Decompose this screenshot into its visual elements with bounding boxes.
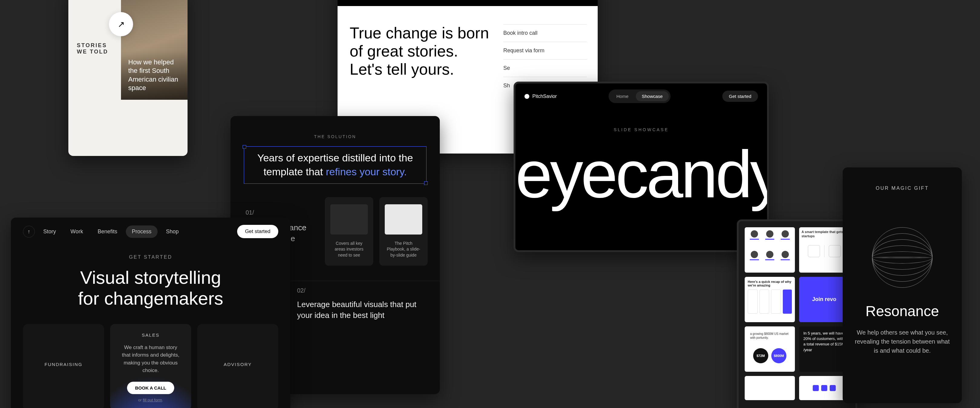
pill-home[interactable]: Home	[610, 91, 635, 101]
storytelling-card: ↑ Story Work Benefits Process Shop Get s…	[11, 217, 290, 408]
slide-market[interactable]: a growing $800M US market with portunity…	[745, 326, 795, 372]
tab-fundraising[interactable]: FUNDRAISING	[23, 324, 104, 408]
solution-eyebrow: THE SOLUTION	[231, 116, 440, 139]
solution-headline: Years of expertise distilled into the te…	[231, 139, 440, 191]
sphere-icon	[872, 227, 932, 288]
slide-icons[interactable]	[799, 376, 850, 400]
get-started-button[interactable]: Get started	[237, 225, 278, 238]
pill-showcase[interactable]: Showcase	[636, 91, 669, 101]
nav-shop[interactable]: Shop	[160, 225, 185, 238]
link-book-call[interactable]: Book intro call	[503, 24, 587, 42]
tab-advisory[interactable]: ADVISORY	[197, 324, 278, 408]
resonance-card: OUR MAGIC GIFT Resonance We help others …	[843, 167, 962, 403]
resonance-eyebrow: OUR MAGIC GIFT	[855, 186, 950, 191]
link-request-form[interactable]: Request via form	[503, 42, 587, 59]
slide-join[interactable]: Join revo	[799, 277, 850, 322]
nav-work[interactable]: Work	[64, 225, 89, 238]
brand[interactable]: PitchSavior	[525, 94, 557, 99]
template-grid-card: A smart template that gets startups Here…	[737, 219, 857, 408]
tile-playbook[interactable]: The Pitch Playbook, a slide-by-slide gui…	[379, 197, 428, 266]
story-caption: How we helped the first South American c…	[121, 51, 188, 100]
stories-card: STORIES WE TOLD ↗ How we helped the firs…	[68, 0, 188, 156]
tile-thumb	[385, 204, 422, 235]
slide-forecast[interactable]: In 5 years, we will have 20% of customer…	[799, 326, 850, 372]
showcase-title: eyecandy	[515, 132, 767, 208]
nav-process[interactable]: Process	[126, 225, 158, 238]
tile-thumb	[330, 204, 368, 235]
brand-logo-icon	[525, 94, 529, 99]
slide-recap[interactable]: Here's a quick recap of why we're amazin…	[745, 277, 795, 322]
slide-revenue[interactable]: 5 year revenue channel expansion	[745, 376, 795, 400]
tile-key-areas[interactable]: Covers all key areas investors need to s…	[325, 197, 373, 266]
resonance-title: Resonance	[855, 303, 950, 319]
slide-team[interactable]	[745, 227, 795, 273]
hero-eyebrow: GET STARTED	[11, 245, 290, 260]
story-image: ↗ How we helped the first South American…	[121, 0, 188, 100]
nav-pills: Home Showcase	[609, 89, 671, 103]
top-black-bar	[337, 0, 598, 6]
showcase-label: SLIDE SHOWCASE	[515, 109, 767, 132]
contact-headline: True change is born of great stories. Le…	[350, 24, 495, 78]
tab-sub: or fill out form.	[138, 398, 163, 402]
link-item[interactable]: Se	[503, 59, 587, 77]
resonance-body: We help others see what you see, reveali…	[855, 328, 950, 355]
get-started-pill[interactable]: Get started	[722, 90, 758, 102]
tab-sales[interactable]: SALES We craft a human story that inform…	[110, 324, 191, 408]
top-nav: ↑ Story Work Benefits Process Shop Get s…	[11, 217, 290, 245]
pitchsavior-card: PitchSavior Home Showcase Get started SL…	[514, 82, 769, 252]
slide-template-intro[interactable]: A smart template that gets startups	[799, 227, 850, 273]
service-tabs: FUNDRAISING SALES We craft a human story…	[11, 324, 290, 408]
arrow-link-icon[interactable]: ↗	[109, 12, 133, 36]
slide-grid: A smart template that gets startups Here…	[745, 227, 850, 400]
section-number-2: 02/	[297, 287, 428, 299]
nav-story[interactable]: Story	[37, 225, 62, 238]
section-2-desc: Leverage beautiful visuals that put your…	[297, 299, 428, 321]
up-arrow-icon[interactable]: ↑	[23, 226, 35, 238]
fill-form-link[interactable]: fill out form	[143, 398, 162, 402]
hero-headline: Visual storytellingfor changemakers	[11, 260, 290, 324]
nav-benefits[interactable]: Benefits	[92, 225, 123, 238]
top-bar: PitchSavior Home Showcase Get started	[515, 83, 767, 109]
book-call-button[interactable]: BOOK A CALL	[127, 382, 174, 394]
